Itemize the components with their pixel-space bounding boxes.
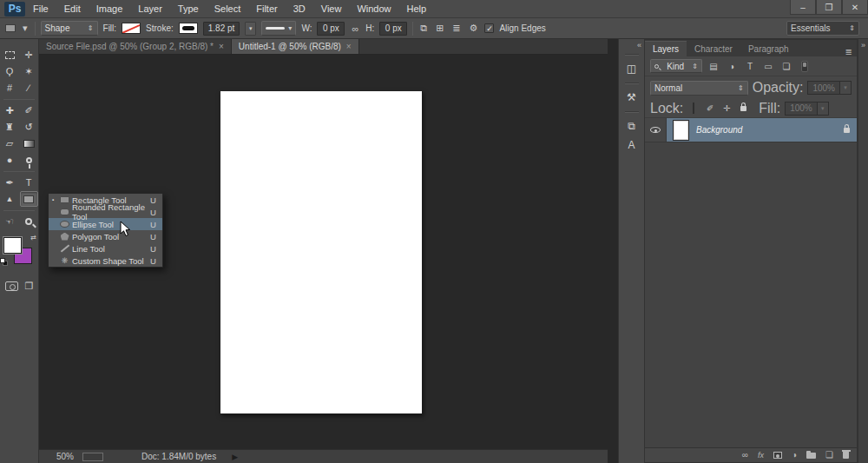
flyout-item-line-tool[interactable]: Line Tool U (49, 242, 162, 255)
filter-smart-objects-icon[interactable]: ❏ (779, 62, 793, 71)
lock-pixels-icon[interactable]: ✐ (704, 103, 716, 113)
minimize-button[interactable]: ‒ (790, 0, 816, 15)
new-layer-icon[interactable]: ❏ (825, 451, 833, 460)
filter-type-layers-icon[interactable]: T (743, 62, 757, 71)
history-brush-tool[interactable]: ↺ (20, 119, 38, 135)
lock-all-icon[interactable] (737, 103, 749, 113)
new-group-folder-icon[interactable] (806, 453, 816, 459)
expand-panels-icon[interactable]: » (861, 41, 865, 463)
clone-stamp-tool[interactable]: ♜ (1, 119, 19, 135)
path-arrangement-icon[interactable]: ≣ (450, 23, 462, 34)
layer-row-selected-body[interactable]: Background (667, 118, 857, 142)
menu-file[interactable]: File (25, 0, 56, 18)
brush-tool[interactable]: ✐ (20, 103, 38, 118)
screen-mode-button[interactable]: ❐ (25, 281, 34, 292)
zoom-tool[interactable] (20, 214, 38, 229)
filter-toggle-switch[interactable] (801, 61, 808, 72)
zoom-scrub-icon[interactable] (82, 453, 103, 461)
marquee-tool[interactable] (1, 47, 19, 63)
shape-mode-select[interactable]: Shape ⇕ (41, 21, 98, 36)
tab-character[interactable]: Character (687, 42, 740, 56)
pen-tool[interactable]: ✒ (1, 175, 19, 190)
menu-window[interactable]: Window (349, 0, 398, 18)
menu-edit[interactable]: Edit (56, 0, 89, 18)
tool-presets-panel-icon[interactable]: ⚒ (621, 88, 642, 107)
crop-tool[interactable]: # (1, 80, 19, 96)
collapse-panels-icon[interactable]: « (637, 41, 641, 50)
eyedropper-tool[interactable]: ∕ (20, 80, 38, 96)
tool-preset-icon[interactable] (5, 24, 16, 32)
fill-swatch[interactable] (122, 23, 141, 34)
menu-view[interactable]: View (313, 0, 350, 18)
geometry-options-gear-icon[interactable]: ⚙ (468, 23, 480, 34)
tab-layers[interactable]: Layers (645, 41, 687, 56)
delete-layer-trash-icon[interactable] (843, 452, 849, 459)
adjustment-layer-icon[interactable]: ◑ (792, 451, 797, 460)
zoom-level[interactable]: 50% (56, 452, 74, 461)
filter-pixel-layers-icon[interactable]: ▤ (707, 62, 720, 71)
blend-mode-select[interactable]: Normal ⇕ (650, 81, 748, 96)
menu-help[interactable]: Help (399, 0, 435, 18)
close-tab-icon[interactable]: × (219, 42, 224, 51)
move-tool[interactable]: ✛ (20, 47, 38, 63)
tool-preset-caret-icon[interactable]: ▾ (21, 23, 30, 34)
tab-paragraph[interactable]: Paragraph (740, 42, 797, 56)
menu-select[interactable]: Select (207, 0, 249, 18)
flyout-item-ellipse-tool[interactable]: Ellipse Tool U (49, 218, 162, 230)
document-canvas[interactable] (220, 91, 423, 414)
quick-mask-button[interactable] (5, 281, 18, 291)
path-alignment-icon[interactable]: ⊞ (434, 23, 445, 34)
stroke-style-select[interactable]: ▾ (261, 21, 296, 36)
lasso-tool[interactable]: Ϙ (1, 63, 19, 79)
status-options-arrow-icon[interactable]: ▶ (232, 453, 238, 461)
stroke-swatch[interactable] (179, 23, 198, 34)
foreground-color-swatch[interactable] (3, 237, 22, 254)
menu-layer[interactable]: Layer (130, 0, 170, 18)
close-tab-icon[interactable]: × (346, 42, 352, 51)
dodge-tool[interactable] (20, 152, 38, 168)
document-tab-untitled[interactable]: Untitled-1 @ 50% (RGB/8) × (232, 39, 359, 54)
flyout-item-rounded-rectangle-tool[interactable]: Rounded Rectangle Tool U (49, 206, 162, 218)
layer-row-background[interactable]: Background (645, 118, 857, 142)
character-styles-panel-icon[interactable]: A (621, 136, 642, 155)
default-colors-icon[interactable] (0, 258, 9, 267)
healing-brush-tool[interactable]: ✚ (1, 103, 19, 118)
path-operations-icon[interactable]: ⧉ (418, 23, 429, 34)
align-edges-checkbox[interactable]: ✓ (484, 23, 494, 33)
panel-menu-icon[interactable]: ≣ (845, 47, 852, 56)
layer-comps-panel-icon[interactable]: ⧉ (621, 116, 642, 136)
document-tab-source-file[interactable]: Source File.psd @ 50% (Group 2, RGB/8) *… (39, 39, 232, 54)
layer-visibility-cell[interactable] (645, 118, 667, 142)
link-layers-icon[interactable]: ∞ (742, 451, 748, 460)
swap-colors-icon[interactable]: ⇄ (30, 234, 36, 241)
stroke-width-field[interactable]: 1.82 pt (203, 22, 240, 36)
hand-tool[interactable]: ☜ (1, 214, 19, 229)
workspace-select[interactable]: Essentials ⇕ (786, 21, 859, 36)
filter-kind-select[interactable]: Kind ⇕ (650, 59, 702, 73)
menu-image[interactable]: Image (89, 0, 131, 18)
blur-tool[interactable]: ● (1, 152, 19, 168)
layer-style-fx-icon[interactable]: fx (758, 451, 764, 460)
stroke-width-caret-icon[interactable]: ▾ (245, 22, 256, 36)
magic-wand-tool[interactable]: ✶ (20, 63, 38, 79)
filter-adjustment-layers-icon[interactable]: ◑ (725, 62, 739, 71)
width-field[interactable]: 0 px (317, 22, 345, 36)
layer-thumbnail[interactable] (674, 121, 688, 140)
menu-filter[interactable]: Filter (248, 0, 285, 18)
flyout-item-custom-shape-tool[interactable]: ❋ Custom Shape Tool U (49, 255, 162, 267)
path-selection-tool[interactable]: ▲ (1, 191, 19, 207)
filter-shape-layers-icon[interactable]: ▭ (761, 62, 775, 71)
menu-3d[interactable]: 3D (286, 0, 313, 18)
link-dimensions-icon[interactable]: ∞ (350, 23, 360, 34)
close-button[interactable]: ✕ (842, 0, 868, 15)
eraser-tool[interactable]: ▱ (1, 136, 19, 151)
restore-button[interactable]: ❐ (816, 0, 842, 15)
mini-bridge-panel-icon[interactable]: ◫ (621, 59, 642, 78)
flyout-item-polygon-tool[interactable]: Polygon Tool U (49, 230, 162, 242)
gradient-tool[interactable] (20, 136, 38, 151)
type-tool[interactable]: T (20, 175, 38, 190)
lock-transparency-icon[interactable] (687, 103, 700, 113)
rectangle-tool-selected[interactable] (20, 191, 38, 207)
add-layer-mask-icon[interactable] (773, 452, 782, 459)
height-field[interactable]: 0 px (379, 22, 407, 36)
